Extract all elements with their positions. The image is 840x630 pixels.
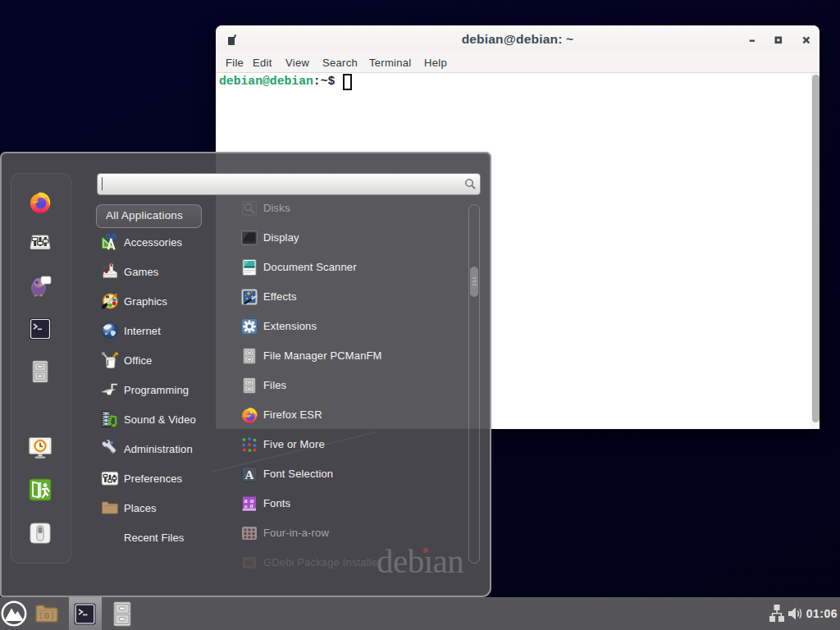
svg-text:A: A: [245, 468, 254, 482]
svg-text:a: a: [250, 502, 253, 509]
svg-text:a: a: [244, 503, 248, 509]
